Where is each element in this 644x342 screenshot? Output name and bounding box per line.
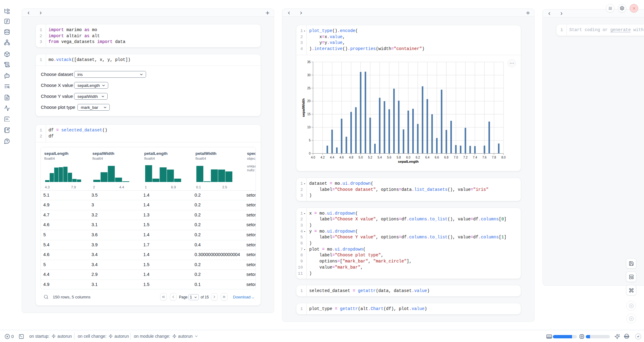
svg-text:15: 15 [307, 112, 311, 116]
svg-text:7.0: 7.0 [454, 156, 458, 159]
svg-text:5.6: 5.6 [387, 156, 391, 159]
svg-text:4.8: 4.8 [349, 156, 353, 159]
svg-text:35: 35 [307, 60, 311, 64]
svg-text:7.8: 7.8 [492, 156, 496, 159]
svg-text:30: 30 [307, 73, 311, 77]
svg-text:5: 5 [309, 139, 311, 142]
svg-text:sepalLength: sepalLength [398, 160, 419, 163]
svg-text:4.6: 4.6 [339, 156, 344, 159]
svg-text:7.4: 7.4 [473, 156, 477, 159]
svg-text:6.8: 6.8 [444, 156, 449, 159]
svg-text:4.0: 4.0 [311, 156, 315, 159]
svg-text:6.2: 6.2 [416, 156, 420, 159]
svg-text:6.0: 6.0 [406, 156, 410, 159]
svg-text:7.2: 7.2 [463, 156, 467, 159]
svg-text:4.2: 4.2 [320, 156, 325, 159]
svg-text:10: 10 [307, 126, 311, 129]
svg-text:0: 0 [309, 152, 311, 155]
svg-text:5.0: 5.0 [359, 156, 363, 159]
svg-text:20: 20 [307, 99, 311, 103]
svg-text:5.4: 5.4 [377, 156, 382, 159]
svg-text:8.0: 8.0 [501, 156, 506, 159]
svg-text:25: 25 [307, 87, 311, 90]
svg-text:sepalWidth: sepalWidth [302, 98, 305, 117]
svg-text:7.6: 7.6 [482, 156, 487, 159]
svg-text:5.8: 5.8 [397, 156, 401, 159]
svg-text:4.4: 4.4 [330, 156, 334, 159]
svg-text:6.6: 6.6 [435, 156, 439, 159]
svg-text:5.2: 5.2 [368, 156, 372, 159]
svg-text:6.4: 6.4 [425, 156, 429, 159]
